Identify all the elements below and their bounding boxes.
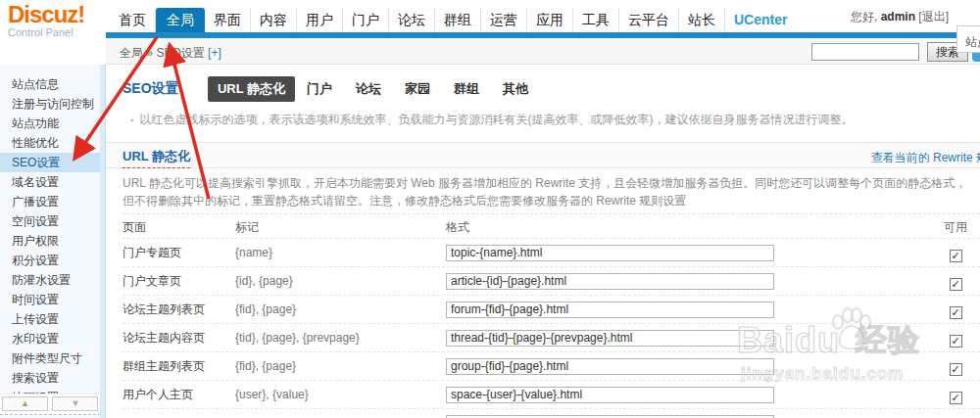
main-panel: SEO设置 URL 静态化门户论坛家园群组其他 ▪以红色虚线标示的选项，表示该选… <box>106 65 980 418</box>
sidebar-item-搜索设置[interactable]: 搜索设置 <box>0 368 101 388</box>
enabled-checkbox[interactable]: ✓ <box>950 306 962 319</box>
section-title: URL 静态化 <box>122 148 190 168</box>
tab-群组[interactable]: 群组 <box>442 76 491 102</box>
page-label: 论坛主题列表页 <box>122 296 235 323</box>
sidebar-item-时间设置[interactable]: 时间设置 <box>0 290 101 309</box>
topnav-item-首页[interactable]: 首页 <box>110 8 156 32</box>
format-input[interactable] <box>446 302 774 318</box>
table-header-row: 页面 标记 格式 可用 <box>122 213 980 239</box>
sidebar-item-性能优化[interactable]: 性能优化 <box>0 133 101 153</box>
sidebar-item-积分设置[interactable]: 积分设置 <box>0 251 101 270</box>
tab-家园[interactable]: 家园 <box>393 76 442 102</box>
header: Discuz! Control Panel 首页全局界面内容用户门户论坛群组运营… <box>0 0 980 38</box>
tags-label: {fid}, {page} <box>235 352 446 380</box>
topnav-item-运营[interactable]: 运营 <box>481 8 527 32</box>
col-header-tags: 标记 <box>235 214 446 238</box>
breadcrumb-section[interactable]: 全局 <box>120 46 143 60</box>
sidebar-item-SEO设置[interactable]: SEO设置 <box>0 153 101 172</box>
tab-其他[interactable]: 其他 <box>491 76 540 102</box>
col-header-enabled: 可用 <box>936 214 975 238</box>
section-header: URL 静态化 查看当前的 Rewrite 规则 <box>106 142 980 168</box>
hint-note: ▪以红色虚线标示的选项，表示该选项和系统效率、负载能力与资源消耗有关(提高效率、… <box>130 112 954 128</box>
format-input[interactable] <box>446 387 774 403</box>
tags-label: {id}, {page} <box>235 267 446 295</box>
sidebar: 站点信息注册与访问控制站点功能性能优化SEO设置域名设置广播设置空间设置用户权限… <box>0 65 106 418</box>
table-row: 用户个人主页{user}, {value}✓ <box>122 381 980 409</box>
enabled-checkbox[interactable]: ✓ <box>950 363 962 376</box>
sidebar-item-防灌水设置[interactable]: 防灌水设置 <box>0 270 101 290</box>
page-label: 门户文章页 <box>122 267 235 295</box>
sidebar-pager: ▲ ▼ <box>0 394 101 415</box>
topnav-item-云平台[interactable]: 云平台 <box>619 8 679 32</box>
table-row-partial <box>122 409 980 418</box>
table-row: 论坛主题列表页{fid}, {page}✓ <box>122 296 980 324</box>
tags-label: {user}, {value} <box>235 381 446 408</box>
username: admin <box>881 10 915 23</box>
tab-门户[interactable]: 门户 <box>295 76 344 102</box>
format-input[interactable] <box>446 273 774 290</box>
logout-link[interactable]: [退出] <box>918 10 949 23</box>
table-row: 论坛主题内容页{tid}, {page}, {prevpage}✓ <box>122 324 980 352</box>
greeting-label: 您好, <box>851 10 877 23</box>
sidebar-item-站点信息[interactable]: 站点信息 <box>0 74 101 94</box>
topnav-item-界面[interactable]: 界面 <box>205 8 251 32</box>
col-header-page: 页面 <box>122 214 235 238</box>
table-row: 门户专题页{name}✓ <box>122 239 980 267</box>
sidebar-item-上传设置[interactable]: 上传设置 <box>0 309 101 329</box>
topnav-item-内容[interactable]: 内容 <box>251 8 297 32</box>
format-input[interactable] <box>446 358 774 375</box>
sidebar-item-域名设置[interactable]: 域名设置 <box>0 172 101 192</box>
user-bar: 您好, admin [退出] <box>851 9 949 25</box>
sidebar-item-站点功能[interactable]: 站点功能 <box>0 114 101 133</box>
breadcrumb-row: 全局 » SEO设置 [+] 搜索 » <box>106 38 980 65</box>
format-input-partial[interactable] <box>446 415 774 418</box>
enabled-checkbox[interactable]: ✓ <box>950 392 962 404</box>
col-header-format: 格式 <box>446 214 936 238</box>
site-corner-button[interactable]: 站点 <box>956 25 980 53</box>
page-label: 群组主题列表页 <box>122 352 235 380</box>
top-navigation: 首页全局界面内容用户门户论坛群组运营应用工具云平台站长UCenter <box>110 8 796 32</box>
format-input[interactable] <box>446 330 774 347</box>
view-rewrite-rules-link[interactable]: 查看当前的 Rewrite 规则 <box>871 150 980 166</box>
sidebar-menu: 站点信息注册与访问控制站点功能性能优化SEO设置域名设置广播设置空间设置用户权限… <box>0 74 101 394</box>
topnav-item-门户[interactable]: 门户 <box>343 8 389 32</box>
logo-subtitle: Control Panel <box>8 26 106 38</box>
topnav-item-论坛[interactable]: 论坛 <box>389 8 435 32</box>
discuz-admin-page: { "colors": { "brand_orange": "#f76b00",… <box>0 0 980 418</box>
topnav-item-应用[interactable]: 应用 <box>527 8 573 32</box>
scroll-down-button[interactable]: ▼ <box>52 396 98 411</box>
url-format-table: 页面 标记 格式 可用 门户专题页{name}✓门户文章页{id}, {page… <box>122 213 980 418</box>
main-header: SEO设置 URL 静态化门户论坛家园群组其他 <box>122 76 540 102</box>
breadcrumb-expand-link[interactable]: [+] <box>208 46 221 60</box>
scroll-up-button[interactable]: ▲ <box>2 396 48 411</box>
sidebar-item-用户权限[interactable]: 用户权限 <box>0 231 101 251</box>
tab-论坛[interactable]: 论坛 <box>344 76 393 102</box>
topnav-item-UCenter[interactable]: UCenter <box>725 8 796 32</box>
logo-title: Discuz! <box>8 3 106 26</box>
discuz-logo: Discuz! Control Panel <box>8 3 106 38</box>
page-title: SEO设置 <box>122 80 179 98</box>
enabled-checkbox[interactable]: ✓ <box>950 278 962 291</box>
tags-label: {fid}, {page} <box>235 296 446 323</box>
page-label: 门户专题页 <box>122 239 235 266</box>
sidebar-item-注册与访问控制[interactable]: 注册与访问控制 <box>0 94 101 114</box>
table-row: 群组主题列表页{fid}, {page}✓ <box>122 352 980 381</box>
sidebar-item-广播设置[interactable]: 广播设置 <box>0 192 101 211</box>
sidebar-item-水印设置[interactable]: 水印设置 <box>0 329 101 348</box>
enabled-checkbox[interactable]: ✓ <box>950 250 962 262</box>
sidebar-item-空间设置[interactable]: 空间设置 <box>0 211 101 231</box>
tab-URL 静态化[interactable]: URL 静态化 <box>208 76 295 102</box>
topnav-item-用户[interactable]: 用户 <box>297 8 343 32</box>
up-arrow-icon: ▲ <box>21 398 29 408</box>
bullet-icon: ▪ <box>130 115 134 125</box>
sidebar-item-附件类型尺寸[interactable]: 附件类型尺寸 <box>0 348 101 368</box>
page-label: 论坛主题内容页 <box>122 324 235 351</box>
seo-tabs: URL 静态化门户论坛家园群组其他 <box>208 81 540 95</box>
topnav-item-站长[interactable]: 站长 <box>679 8 725 32</box>
format-input[interactable] <box>446 245 774 261</box>
down-arrow-icon: ▼ <box>71 398 79 408</box>
enabled-checkbox[interactable]: ✓ <box>950 335 962 348</box>
admin-search-input[interactable] <box>811 43 919 61</box>
topnav-item-工具[interactable]: 工具 <box>573 8 619 32</box>
topnav-item-群组[interactable]: 群组 <box>435 8 481 32</box>
